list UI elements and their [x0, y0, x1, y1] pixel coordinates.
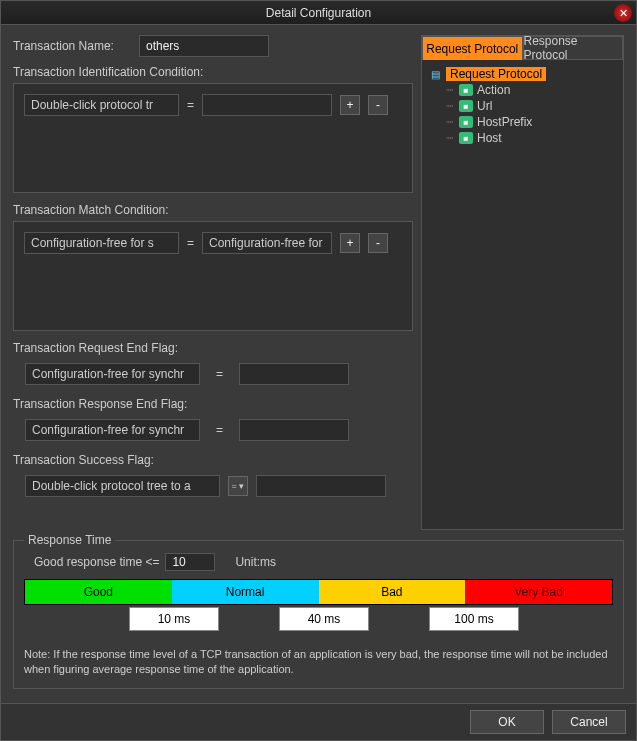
response-time-legend: Response Time: [24, 533, 115, 547]
bar-very-bad: Very Bad: [465, 580, 612, 604]
ident-right-input[interactable]: [202, 94, 332, 116]
tree-connector-icon: ┈: [446, 99, 453, 113]
match-left-input[interactable]: [24, 232, 179, 254]
tree-item-host[interactable]: ┈ ■ Host: [446, 130, 617, 146]
transaction-name-label: Transaction Name:: [13, 39, 131, 53]
success-op-dropdown[interactable]: = ▾: [228, 476, 248, 496]
match-right-input[interactable]: [202, 232, 332, 254]
match-condition-label: Transaction Match Condition:: [13, 203, 413, 217]
equals-sign: =: [187, 98, 194, 112]
good-response-input[interactable]: [165, 553, 215, 571]
threshold-3-input[interactable]: 100 ms: [429, 607, 519, 631]
match-add-button[interactable]: +: [340, 233, 360, 253]
close-button[interactable]: ✕: [614, 4, 632, 22]
tab-request-protocol[interactable]: Request Protocol: [422, 36, 523, 60]
ident-condition-label: Transaction Identification Condition:: [13, 65, 413, 79]
threshold-2-input[interactable]: 40 ms: [279, 607, 369, 631]
tree-root[interactable]: ▤ Request Protocol: [428, 66, 617, 82]
match-remove-button[interactable]: -: [368, 233, 388, 253]
tag-icon: ■: [459, 116, 473, 128]
equals-sign: =: [216, 367, 223, 381]
close-icon: ✕: [619, 7, 628, 20]
tree-item-action[interactable]: ┈ ■ Action: [446, 82, 617, 98]
tree-item-label: Action: [477, 83, 510, 97]
resp-end-left-input[interactable]: [25, 419, 200, 441]
tree-item-hostprefix[interactable]: ┈ ■ HostPrefix: [446, 114, 617, 130]
tag-icon: ■: [459, 100, 473, 112]
tree-connector-icon: ┈: [446, 131, 453, 145]
tree-item-label: HostPrefix: [477, 115, 532, 129]
ident-condition-box: = + -: [13, 83, 413, 193]
response-time-note: Note: If the response time level of a TC…: [24, 647, 613, 678]
success-flag-label: Transaction Success Flag:: [13, 453, 413, 467]
chevron-down-icon: ▾: [239, 481, 244, 491]
ident-add-button[interactable]: +: [340, 95, 360, 115]
tag-icon: ■: [459, 84, 473, 96]
bar-good: Good: [25, 580, 172, 604]
ident-left-input[interactable]: [24, 94, 179, 116]
resp-end-right-input[interactable]: [239, 419, 349, 441]
tree-item-label: Url: [477, 99, 492, 113]
tag-icon: ■: [459, 132, 473, 144]
success-right-input[interactable]: [256, 475, 386, 497]
resp-end-flag-label: Transaction Response End Flag:: [13, 397, 413, 411]
dialog-title: Detail Configuration: [266, 6, 371, 20]
good-response-label: Good response time <=: [34, 555, 159, 569]
dialog-buttons: OK Cancel: [1, 703, 636, 740]
titlebar: Detail Configuration ✕: [1, 1, 636, 25]
response-bars: Good Normal Bad Very Bad: [24, 579, 613, 605]
tree-item-label: Host: [477, 131, 502, 145]
document-icon: ▤: [428, 68, 442, 80]
tree-connector-icon: ┈: [446, 115, 453, 129]
unit-label: Unit:ms: [235, 555, 276, 569]
match-condition-box: = + -: [13, 221, 413, 331]
equals-sign: =: [187, 236, 194, 250]
transaction-name-input[interactable]: [139, 35, 269, 57]
threshold-1-input[interactable]: 10 ms: [129, 607, 219, 631]
req-end-left-input[interactable]: [25, 363, 200, 385]
cancel-button[interactable]: Cancel: [552, 710, 626, 734]
response-time-fieldset: Response Time Good response time <= Unit…: [13, 540, 624, 689]
ok-button[interactable]: OK: [470, 710, 544, 734]
threshold-row: 10 ms 40 ms 100 ms: [24, 607, 613, 637]
bar-bad: Bad: [319, 580, 466, 604]
tree-root-label: Request Protocol: [446, 67, 546, 81]
tab-response-protocol[interactable]: Response Protocol: [523, 36, 624, 60]
tree-item-url[interactable]: ┈ ■ Url: [446, 98, 617, 114]
ident-remove-button[interactable]: -: [368, 95, 388, 115]
tree-connector-icon: ┈: [446, 83, 453, 97]
req-end-right-input[interactable]: [239, 363, 349, 385]
detail-configuration-dialog: Detail Configuration ✕ Transaction Name:…: [0, 0, 637, 741]
equals-sign: =: [216, 423, 223, 437]
protocol-tree: ▤ Request Protocol ┈ ■ Action ┈ ■ Url: [422, 60, 623, 529]
success-left-input[interactable]: [25, 475, 220, 497]
bar-normal: Normal: [172, 580, 319, 604]
req-end-flag-label: Transaction Request End Flag:: [13, 341, 413, 355]
